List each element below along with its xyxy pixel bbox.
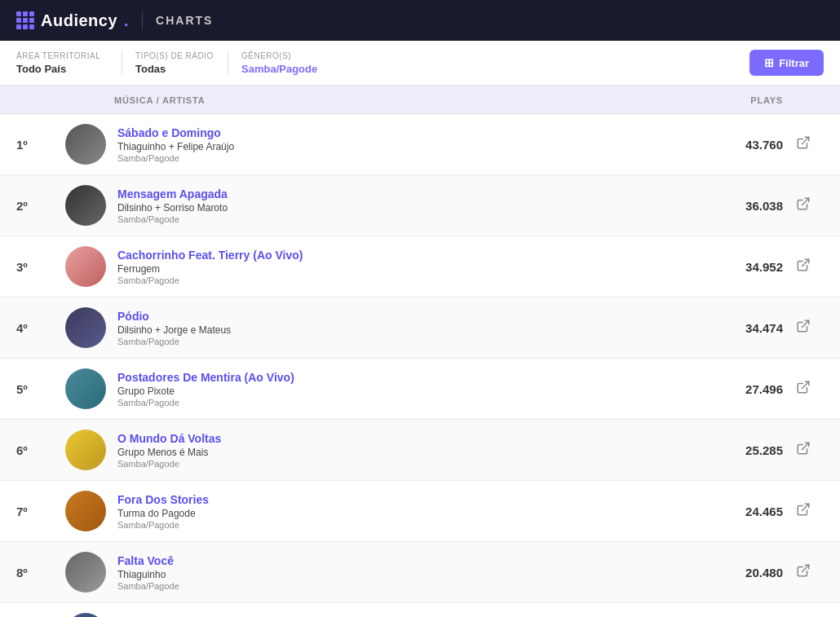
genero-label: GÊNERO(S) — [241, 51, 321, 60]
avatar — [65, 368, 106, 409]
song-artist: Grupo Pixote — [117, 386, 685, 397]
table-row: 7º Fora Dos Stories Turma do Pagode Samb… — [0, 481, 840, 542]
rank-number: 7º — [16, 505, 65, 518]
rank-number: 1º — [16, 138, 65, 152]
table-row: 1º Sábado e Domingo Thiaguinho + Felipe … — [0, 114, 840, 175]
rank-number: 6º — [16, 443, 65, 457]
col-plays-header: PLAYS — [685, 92, 783, 107]
tipo-label: TIPO(S) DE RÁDIO — [135, 51, 214, 60]
table-row: 6º O Mundo Dá Voltas Grupo Menos é Mais … — [0, 420, 840, 481]
external-link-button[interactable] — [783, 563, 824, 581]
plays-count: 25.285 — [685, 443, 783, 457]
svg-line-2 — [802, 259, 809, 266]
plays-count: 27.496 — [685, 382, 783, 396]
filter-tipo[interactable]: TIPO(S) DE RÁDIO Todas — [122, 51, 228, 75]
col-music-header: MÚSICA / ARTISTA — [114, 92, 685, 107]
plays-count: 36.038 — [685, 199, 783, 213]
song-genre: Samba/Pagode — [117, 520, 685, 530]
song-genre: Samba/Pagode — [117, 275, 685, 285]
svg-line-0 — [802, 137, 809, 143]
rank-number: 3º — [16, 260, 65, 274]
page-title: CHARTS — [156, 14, 213, 27]
header-divider — [142, 11, 143, 29]
table-row: 5º Postadores De Mentira (Ao Vivo) Grupo… — [0, 359, 840, 420]
avatar — [65, 124, 106, 165]
svg-line-3 — [802, 320, 809, 327]
song-info: Cachorrinho Feat. Tierry (Ao Vivo) Ferru… — [117, 249, 685, 285]
song-artist: Thiaguinho + Felipe Araújo — [117, 141, 685, 152]
filter-button[interactable]: ⊞ Filtrar — [749, 50, 824, 76]
avatar — [65, 613, 106, 617]
song-info: Pódio Dilsinho + Jorge e Mateus Samba/Pa… — [117, 310, 685, 346]
plays-count: 20.480 — [685, 566, 783, 580]
external-link-button[interactable] — [783, 380, 824, 398]
song-title: Mensagem Apagada — [117, 187, 685, 201]
plays-count: 43.760 — [685, 138, 783, 152]
music-artist-label: MÚSICA / ARTISTA — [114, 95, 205, 105]
song-artist: Grupo Menos é Mais — [117, 447, 685, 458]
avatar — [65, 491, 106, 531]
rank-number: 4º — [16, 321, 65, 335]
filter-icon: ⊞ — [764, 56, 774, 69]
song-info: Mensagem Apagada Dilsinho + Sorriso Maro… — [117, 187, 685, 224]
genero-value: Samba/Pagode — [241, 63, 321, 75]
filter-button-label: Filtrar — [779, 57, 809, 69]
filter-bar: ÁREA TERRITORIAL Todo País TIPO(S) DE RÁ… — [0, 41, 840, 86]
avatar — [65, 307, 106, 348]
external-link-button[interactable] — [783, 135, 824, 153]
song-info: Sábado e Domingo Thiaguinho + Felipe Ara… — [117, 126, 685, 163]
external-link-button[interactable] — [783, 319, 824, 337]
logo-text: Audiency — [41, 11, 117, 30]
table-row: 4º Pódio Dilsinho + Jorge e Mateus Samba… — [0, 297, 840, 359]
song-genre: Samba/Pagode — [117, 398, 685, 408]
song-title: Falta Você — [117, 554, 685, 567]
avatar — [65, 430, 106, 470]
table-row: 9º A Bomba Explodiu Vitor Limma Samba/Pa… — [0, 603, 840, 617]
rank-number: 8º — [16, 566, 65, 580]
plays-count: 34.952 — [685, 260, 783, 274]
song-info: O Mundo Dá Voltas Grupo Menos é Mais Sam… — [117, 432, 685, 469]
svg-line-7 — [802, 565, 809, 571]
song-title: Cachorrinho Feat. Tierry (Ao Vivo) — [117, 249, 685, 262]
song-info: Postadores De Mentira (Ao Vivo) Grupo Pi… — [117, 371, 685, 408]
chart-list: 1º Sábado e Domingo Thiaguinho + Felipe … — [0, 114, 840, 617]
song-info: Falta Você Thiaguinho Samba/Pagode — [117, 554, 685, 591]
song-title: Sábado e Domingo — [117, 126, 685, 139]
song-genre: Samba/Pagode — [117, 214, 685, 224]
song-title: Pódio — [117, 310, 685, 323]
avatar — [65, 552, 106, 593]
rank-number: 5º — [16, 382, 65, 396]
plays-count: 34.474 — [685, 321, 783, 335]
avatar — [65, 246, 106, 287]
tipo-value: Todas — [135, 63, 214, 75]
song-genre: Samba/Pagode — [117, 459, 685, 469]
svg-line-6 — [802, 504, 809, 510]
plays-label: PLAYS — [750, 95, 783, 105]
table-row: 2º Mensagem Apagada Dilsinho + Sorriso M… — [0, 175, 840, 236]
song-title: Fora Dos Stories — [117, 493, 685, 506]
song-artist: Dilsinho + Sorriso Maroto — [117, 202, 685, 214]
external-link-button[interactable] — [783, 258, 824, 275]
song-title: Postadores De Mentira (Ao Vivo) — [117, 371, 685, 384]
table-header: MÚSICA / ARTISTA PLAYS — [0, 86, 840, 114]
external-link-button[interactable] — [783, 441, 824, 459]
song-genre: Samba/Pagode — [117, 153, 685, 163]
external-link-button[interactable] — [783, 502, 824, 520]
external-link-button[interactable] — [783, 196, 824, 214]
filter-genero[interactable]: GÊNERO(S) Samba/Pagode — [228, 51, 334, 75]
area-label: ÁREA TERRITORIAL — [16, 51, 108, 60]
song-info: Fora Dos Stories Turma do Pagode Samba/P… — [117, 493, 685, 530]
song-artist: Thiaguinho — [117, 569, 685, 580]
song-artist: Dilsinho + Jorge e Mateus — [117, 324, 685, 336]
filter-area[interactable]: ÁREA TERRITORIAL Todo País — [16, 51, 122, 75]
song-genre: Samba/Pagode — [117, 581, 685, 591]
table-row: 8º Falta Você Thiaguinho Samba/Pagode 20… — [0, 542, 840, 603]
rank-number: 2º — [16, 199, 65, 213]
song-title: O Mundo Dá Voltas — [117, 432, 685, 445]
logo: Audiency. — [16, 11, 129, 30]
svg-line-1 — [802, 198, 809, 205]
table-row: 3º Cachorrinho Feat. Tierry (Ao Vivo) Fe… — [0, 236, 840, 297]
song-genre: Samba/Pagode — [117, 337, 685, 346]
svg-line-4 — [802, 381, 809, 388]
song-artist: Ferrugem — [117, 263, 685, 275]
